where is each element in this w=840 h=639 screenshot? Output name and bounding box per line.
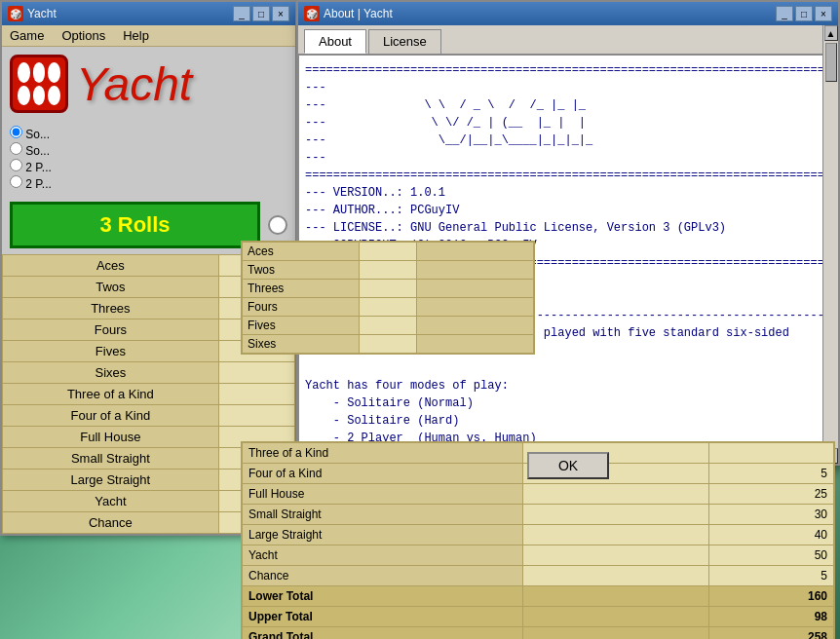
dice-icon — [10, 55, 68, 113]
pip-3 — [48, 62, 60, 83]
radio-option-1[interactable]: So... — [10, 126, 287, 141]
score-twos-detail — [359, 261, 417, 280]
score-small-straight-l — [522, 505, 709, 525]
score-full-house-l — [522, 484, 709, 505]
category-aces[interactable]: Aces — [3, 255, 219, 277]
label-threes-r — [417, 280, 534, 298]
score-upper-total-r: 98 — [709, 607, 834, 627]
label-upper-total: Upper Total — [243, 607, 523, 627]
score-large-straight-l — [522, 525, 709, 545]
label-sixes-r — [417, 335, 534, 354]
about-maximize-button[interactable]: □ — [795, 6, 813, 21]
radio-option-2[interactable]: So... — [10, 142, 287, 158]
radio-option-4[interactable]: 2 P... — [10, 175, 287, 191]
table-row-grand-total: Grand Total 258 — [243, 627, 834, 640]
about-titlebar: 🎲 About | Yacht _ □ × — [298, 2, 838, 25]
scroll-track — [824, 41, 838, 448]
menu-game[interactable]: Game — [6, 27, 48, 44]
score-small-straight-r: 30 — [709, 505, 834, 525]
titlebar-controls: _ □ × — [233, 6, 289, 21]
score-chance-r: 5 — [709, 566, 834, 586]
pip-2 — [33, 62, 46, 83]
app-icon: 🎲 — [8, 6, 23, 21]
table-row: Large Straight 40 — [243, 525, 834, 545]
category-fours[interactable]: Fours — [3, 320, 219, 341]
label-twos-r — [417, 261, 534, 280]
score-large-straight-r: 40 — [709, 525, 834, 545]
category-large-straight[interactable]: Large Straight — [3, 470, 219, 491]
label-full-house: Full House — [243, 484, 523, 505]
table-row: Fives — [243, 317, 534, 335]
score-sixes — [218, 362, 294, 384]
white-circle-indicator — [268, 215, 287, 235]
table-row: Twos — [243, 261, 534, 280]
rolls-button[interactable]: 3 Rolls — [10, 202, 260, 248]
category-yacht[interactable]: Yacht — [3, 491, 219, 512]
ok-button[interactable]: OK — [527, 452, 609, 479]
table-row: Sixes — [3, 362, 295, 384]
label-lower-total: Lower Total — [243, 586, 523, 607]
scroll-up-button[interactable]: ▲ — [824, 25, 838, 41]
category-twos[interactable]: Twos — [3, 277, 219, 298]
score-upper-total-l — [522, 607, 709, 627]
label-fives-r — [417, 317, 534, 335]
menu-help[interactable]: Help — [119, 27, 153, 44]
radio-options-area: So... So... 2 P... 2 P... — [2, 121, 295, 196]
yacht-title: Yacht — [76, 57, 192, 111]
category-fives[interactable]: Fives — [3, 341, 219, 362]
category-full-house[interactable]: Full House — [3, 427, 219, 448]
category-four-of-kind[interactable]: Four of a Kind — [3, 405, 219, 427]
table-row: Small Straight 30 — [243, 505, 834, 525]
table-row: Yacht 50 — [243, 545, 834, 566]
score-threes-detail — [359, 280, 417, 298]
label-aces: Aces — [243, 243, 360, 261]
about-dialog-title: About | Yacht — [324, 7, 393, 20]
score-three-of-kind — [218, 384, 294, 405]
category-sixes[interactable]: Sixes — [3, 362, 219, 384]
pip-6 — [48, 86, 60, 106]
score-fives-detail — [359, 317, 417, 335]
table-row: Aces — [243, 243, 534, 261]
table-row-lower-total: Lower Total 160 — [243, 586, 834, 607]
category-chance[interactable]: Chance — [3, 512, 219, 534]
label-sixes: Sixes — [243, 335, 360, 354]
close-button[interactable]: × — [272, 6, 289, 21]
menu-options[interactable]: Options — [57, 27, 109, 44]
radio-option-3[interactable]: 2 P... — [10, 159, 287, 174]
label-small-straight: Small Straight — [243, 505, 523, 525]
score-sixes-detail — [359, 335, 417, 354]
table-row-upper-total: Upper Total 98 — [243, 607, 834, 627]
about-close-button[interactable]: × — [815, 6, 832, 21]
score-yacht-l — [522, 545, 709, 566]
scroll-thumb[interactable] — [825, 43, 837, 82]
tab-license[interactable]: License — [368, 29, 441, 54]
score-lower-total-r: 160 — [709, 586, 834, 607]
table-row: Chance 5 — [243, 566, 834, 586]
category-threes[interactable]: Threes — [3, 298, 219, 320]
score-aces-detail — [359, 243, 417, 261]
about-minimize-button[interactable]: _ — [776, 6, 793, 21]
tab-about[interactable]: About — [304, 29, 366, 54]
score-grand-total-l — [522, 627, 709, 640]
label-aces-r — [417, 243, 534, 261]
label-twos: Twos — [243, 261, 360, 280]
maximize-button[interactable]: □ — [252, 6, 270, 21]
score-details-panel: Aces Twos Threes Fours Fives Sixes — [241, 241, 535, 355]
pip-5 — [33, 86, 46, 106]
label-large-straight: Large Straight — [243, 525, 523, 545]
table-row: Four of a Kind — [3, 405, 295, 427]
label-yacht: Yacht — [243, 545, 523, 566]
label-fours-r — [417, 298, 534, 317]
label-fives: Fives — [243, 317, 360, 335]
menubar: Game Options Help — [2, 25, 295, 47]
label-chance: Chance — [243, 566, 523, 586]
main-window-title: Yacht — [27, 7, 57, 20]
minimize-button[interactable]: _ — [233, 6, 250, 21]
about-titlebar-controls: _ □ × — [776, 6, 832, 21]
category-small-straight[interactable]: Small Straight — [3, 448, 219, 470]
about-tabs: About License — [298, 25, 838, 55]
category-three-of-kind[interactable]: Three of a Kind — [3, 384, 219, 405]
about-app-icon: 🎲 — [304, 6, 320, 21]
table-row: Threes — [243, 280, 534, 298]
label-threes: Threes — [243, 280, 360, 298]
